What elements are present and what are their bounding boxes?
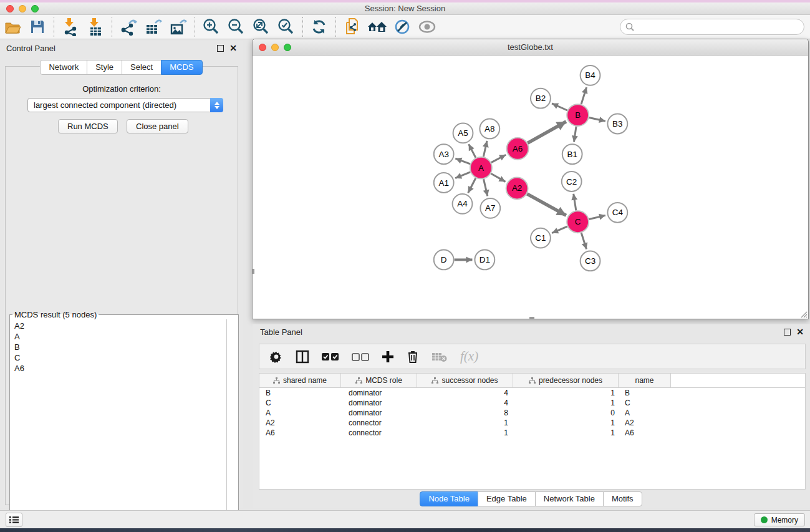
tab-network-table[interactable]: Network Table [535, 491, 604, 506]
table-row[interactable]: A6 connector 1 1 A6 [259, 428, 805, 438]
zoom-out-button[interactable] [224, 16, 249, 37]
graph-edge[interactable] [528, 122, 566, 143]
graph-node-C3[interactable]: C3 [581, 251, 600, 271]
export-table-button[interactable] [141, 16, 166, 37]
graph-node-A1[interactable]: A1 [434, 173, 454, 193]
graph-edge[interactable] [483, 141, 487, 157]
graph-edge[interactable] [574, 127, 576, 142]
criterion-dropdown[interactable]: largest connected component (directed) [27, 98, 223, 112]
column-header-mcds-role[interactable]: MCDS role [341, 374, 417, 387]
graph-node-A5[interactable]: A5 [453, 123, 473, 143]
graph-edge[interactable] [484, 179, 488, 196]
graph-node-B3[interactable]: B3 [607, 114, 627, 134]
graph-node-B1[interactable]: B1 [562, 144, 582, 164]
export-network-button[interactable] [116, 16, 141, 37]
table-row[interactable]: A dominator 8 0 A [259, 408, 805, 418]
list-item[interactable]: A2 [11, 321, 226, 331]
graph-edge[interactable] [581, 233, 586, 249]
graph-node-A3[interactable]: A3 [434, 144, 454, 164]
graph-edge[interactable] [455, 158, 470, 164]
graph-node-C2[interactable]: C2 [562, 172, 582, 191]
table-header-row: shared name MCDS role successor nodes pr… [259, 374, 805, 388]
float-panel-icon[interactable] [217, 45, 224, 52]
graph-node-B2[interactable]: B2 [531, 89, 551, 109]
close-panel-button[interactable]: Close panel [127, 119, 188, 133]
column-header-shared-name[interactable]: shared name [259, 374, 341, 387]
graph-edge[interactable] [589, 117, 605, 121]
node-label: B2 [536, 94, 546, 103]
graph-edge[interactable] [455, 172, 470, 178]
graph-node-A7[interactable]: A7 [480, 198, 500, 218]
task-history-button[interactable] [6, 513, 22, 527]
delete-column-button[interactable] [407, 350, 419, 364]
table-row[interactable]: A2 connector 1 1 A2 [259, 418, 805, 428]
graph-edge[interactable] [581, 87, 586, 104]
copy-network-button[interactable] [340, 16, 365, 37]
graph-edge[interactable] [491, 155, 506, 162]
import-network-button[interactable] [58, 16, 83, 37]
column-header-successor-nodes[interactable]: successor nodes [417, 374, 513, 387]
graph-edge[interactable] [469, 144, 476, 158]
graph-edge[interactable] [491, 173, 505, 181]
tab-motifs[interactable]: Motifs [603, 491, 642, 506]
zoom-in-button[interactable] [199, 16, 224, 37]
graph-edge[interactable] [552, 226, 567, 233]
column-header-name[interactable]: name [619, 374, 671, 387]
table-row[interactable]: C dominator 4 1 C [259, 398, 805, 408]
graph-node-D1[interactable]: D1 [475, 250, 494, 270]
home-button[interactable] [365, 16, 390, 37]
graph-node-C4[interactable]: C4 [607, 203, 627, 223]
zoom-fit-button[interactable] [249, 16, 274, 37]
import-table-button[interactable] [83, 16, 108, 37]
graph-node-A2[interactable]: A2 [506, 178, 528, 200]
memory-button[interactable]: Memory [754, 513, 805, 526]
graph-node-D[interactable]: D [434, 250, 454, 270]
result-scrollbar-track[interactable] [226, 319, 227, 523]
list-item[interactable]: C [11, 352, 226, 363]
graph-edge[interactable] [552, 104, 567, 110]
graph-node-A6[interactable]: A6 [507, 138, 529, 160]
tab-select[interactable]: Select [122, 60, 162, 75]
tab-mcds[interactable]: MCDS [161, 60, 202, 75]
resize-grip-icon[interactable] [799, 309, 808, 318]
zoom-selected-button[interactable] [274, 16, 299, 37]
graph-node-C1[interactable]: C1 [531, 228, 551, 248]
graph-node-A[interactable]: A [470, 157, 492, 179]
close-panel-icon[interactable]: ✕ [229, 45, 237, 52]
graph-node-B4[interactable]: B4 [581, 65, 600, 85]
run-mcds-button[interactable]: Run MCDS [58, 119, 118, 133]
float-panel-icon[interactable] [784, 329, 791, 336]
refresh-button[interactable] [307, 16, 332, 37]
save-session-button[interactable] [25, 16, 50, 37]
toggle-column-panel-button[interactable] [296, 350, 309, 364]
graph-edge[interactable] [574, 194, 576, 211]
hide-graphics-details-button[interactable] [390, 16, 415, 37]
network-window-titlebar[interactable]: testGlobe.txt [253, 39, 808, 56]
deselect-all-button[interactable] [352, 352, 369, 361]
add-column-button[interactable] [382, 351, 394, 363]
export-image-button[interactable] [166, 16, 191, 37]
list-item[interactable]: A [11, 331, 226, 342]
search-input[interactable] [620, 19, 804, 35]
column-header-predecessor-nodes[interactable]: predecessor nodes [513, 374, 619, 387]
show-graphics-details-button[interactable] [415, 16, 440, 37]
tab-node-table[interactable]: Node Table [420, 491, 478, 506]
graph-node-A8[interactable]: A8 [480, 119, 499, 139]
list-item[interactable]: B [11, 342, 226, 352]
graph-node-A4[interactable]: A4 [453, 194, 473, 214]
table-row[interactable]: B dominator 4 1 B [259, 388, 805, 398]
graph-node-C[interactable]: C [567, 211, 589, 233]
list-item[interactable]: A6 [11, 363, 226, 374]
graph-edge[interactable] [527, 194, 566, 216]
open-session-button[interactable] [0, 16, 25, 37]
tab-style[interactable]: Style [87, 60, 122, 75]
select-all-button[interactable] [322, 352, 339, 361]
table-options-button[interactable] [269, 350, 283, 364]
graph-edge[interactable] [468, 178, 476, 193]
graph-edge[interactable] [589, 215, 605, 219]
network-canvas[interactable]: A5A8A3A6AA1A2A4A7B4B2BB3B1C2C4CC1C3DD1 [253, 56, 808, 319]
close-panel-icon[interactable]: ✕ [796, 329, 804, 336]
tab-edge-table[interactable]: Edge Table [478, 491, 536, 506]
tab-network[interactable]: Network [40, 60, 87, 75]
graph-node-B[interactable]: B [567, 104, 589, 126]
